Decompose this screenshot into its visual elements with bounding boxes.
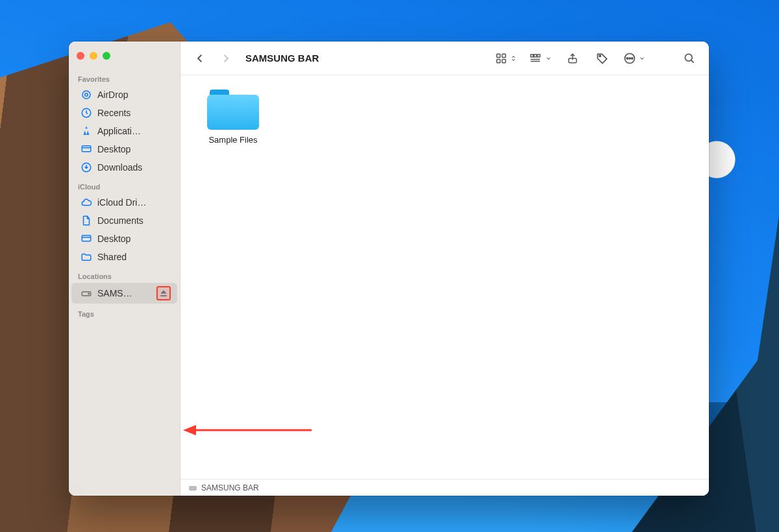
sidebar-item-shared[interactable]: Shared bbox=[71, 248, 177, 266]
sidebar-item-label: Recents bbox=[97, 108, 171, 118]
chevron-up-down-icon bbox=[510, 53, 517, 64]
finder-window: Favorites AirDrop Recents Applicati… bbox=[69, 42, 709, 496]
finder-sidebar: Favorites AirDrop Recents Applicati… bbox=[69, 42, 180, 496]
window-title: SAMSUNG BAR bbox=[245, 53, 319, 64]
svg-rect-8 bbox=[497, 54, 500, 57]
sidebar-item-label: AirDrop bbox=[97, 90, 171, 100]
group-by-button[interactable] bbox=[528, 49, 552, 67]
sidebar-item-label: Documents bbox=[97, 215, 171, 226]
eject-button[interactable] bbox=[156, 286, 171, 300]
path-segment[interactable]: SAMSUNG BAR bbox=[201, 483, 259, 492]
sidebar-item-label: Desktop bbox=[97, 144, 171, 154]
sidebar-item-downloads[interactable]: Downloads bbox=[71, 158, 177, 176]
minimize-window-button[interactable] bbox=[90, 52, 97, 60]
sidebar-item-label: iCloud Dri… bbox=[97, 197, 171, 208]
svg-point-7 bbox=[88, 293, 90, 295]
sidebar-item-icloud-desktop[interactable]: Desktop bbox=[71, 230, 177, 248]
shared-folder-icon bbox=[80, 251, 92, 263]
sidebar-item-label: Shared bbox=[97, 252, 171, 262]
window-controls bbox=[69, 47, 180, 69]
svg-point-0 bbox=[85, 93, 88, 97]
cloud-icon bbox=[80, 197, 92, 208]
path-bar: SAMSUNG BAR bbox=[180, 479, 709, 496]
sidebar-section-locations: Locations bbox=[69, 266, 180, 283]
sidebar-item-label: Desktop bbox=[97, 234, 171, 244]
svg-point-1 bbox=[82, 91, 90, 99]
sidebar-item-label: SAMS… bbox=[97, 288, 151, 298]
sidebar-section-icloud: iCloud bbox=[69, 176, 180, 193]
svg-line-24 bbox=[691, 60, 694, 62]
svg-point-22 bbox=[632, 57, 633, 58]
sidebar-item-label: Applicati… bbox=[97, 126, 171, 136]
close-window-button[interactable] bbox=[77, 52, 84, 60]
search-icon bbox=[683, 52, 696, 65]
zoom-window-button[interactable] bbox=[103, 52, 110, 60]
chevron-down-icon bbox=[639, 55, 645, 62]
search-button[interactable] bbox=[680, 49, 699, 67]
finder-content[interactable]: Sample Files bbox=[180, 75, 709, 479]
view-as-icons-button[interactable] bbox=[495, 49, 517, 67]
downloads-icon bbox=[80, 162, 92, 173]
svg-rect-14 bbox=[538, 54, 540, 57]
share-button[interactable] bbox=[563, 49, 582, 67]
svg-rect-5 bbox=[82, 236, 91, 241]
clock-icon bbox=[80, 107, 92, 119]
applications-icon bbox=[80, 125, 92, 137]
sidebar-item-label: Downloads bbox=[97, 162, 171, 173]
back-button[interactable] bbox=[191, 49, 209, 67]
svg-rect-12 bbox=[531, 54, 534, 57]
svg-rect-3 bbox=[82, 146, 91, 152]
svg-rect-11 bbox=[502, 59, 506, 62]
sidebar-item-samsung-bar[interactable]: SAMS… bbox=[71, 283, 177, 304]
tags-button[interactable] bbox=[593, 49, 612, 67]
desktop-icon bbox=[80, 233, 92, 245]
eject-icon bbox=[159, 289, 168, 298]
sidebar-section-favorites: Favorites bbox=[69, 69, 180, 86]
folder-icon bbox=[207, 90, 259, 130]
external-disk-icon bbox=[80, 287, 92, 299]
more-actions-button[interactable] bbox=[623, 49, 645, 67]
svg-point-20 bbox=[626, 57, 628, 58]
svg-rect-25 bbox=[190, 486, 197, 490]
document-icon bbox=[80, 215, 92, 226]
sidebar-section-tags: Tags bbox=[69, 304, 180, 320]
sidebar-item-applications[interactable]: Applicati… bbox=[71, 122, 177, 140]
forward-button[interactable] bbox=[217, 49, 235, 67]
finder-main: SAMSUNG BAR bbox=[180, 42, 709, 496]
airdrop-icon bbox=[80, 89, 92, 101]
folder-item-sample-files[interactable]: Sample Files bbox=[197, 90, 269, 145]
desktop-icon bbox=[80, 143, 92, 155]
finder-toolbar: SAMSUNG BAR bbox=[180, 42, 709, 75]
svg-rect-9 bbox=[502, 54, 506, 57]
sidebar-item-icloud-drive[interactable]: iCloud Dri… bbox=[71, 193, 177, 212]
sidebar-item-recents[interactable]: Recents bbox=[71, 104, 177, 122]
svg-point-21 bbox=[629, 57, 630, 58]
item-label: Sample Files bbox=[208, 135, 257, 145]
svg-point-23 bbox=[685, 54, 692, 61]
sidebar-item-documents[interactable]: Documents bbox=[71, 212, 177, 230]
external-disk-icon bbox=[188, 483, 197, 492]
svg-rect-10 bbox=[497, 59, 500, 62]
sidebar-item-airdrop[interactable]: AirDrop bbox=[71, 86, 177, 104]
chevron-down-icon bbox=[545, 55, 552, 62]
sidebar-item-desktop[interactable]: Desktop bbox=[71, 140, 177, 158]
svg-point-18 bbox=[599, 55, 601, 57]
svg-rect-13 bbox=[534, 54, 537, 57]
